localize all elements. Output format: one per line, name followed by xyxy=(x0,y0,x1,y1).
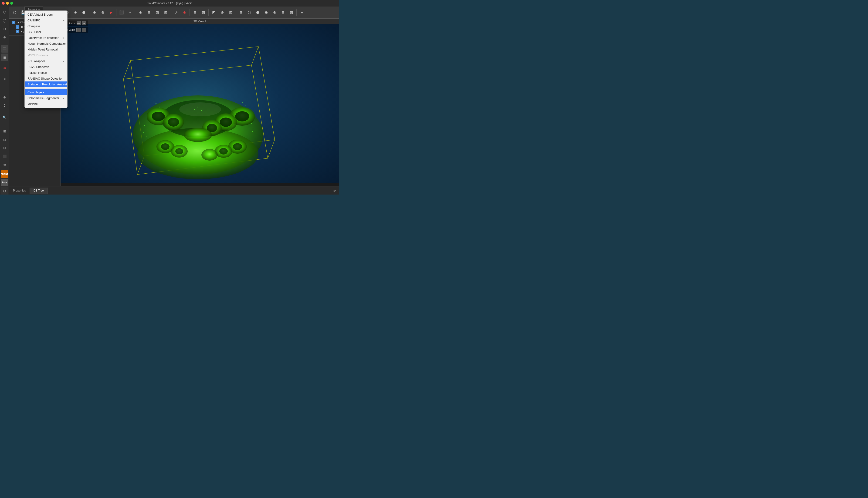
menu-item-surface[interactable]: Surface of Revolution Analysis ▶ xyxy=(25,81,67,87)
menu-item-ransac[interactable]: RANSAC Shape Detection xyxy=(25,76,67,81)
menu-item-cloud-layers[interactable]: Cloud layers xyxy=(25,89,67,95)
dropdown-overlay[interactable]: Animation CEA Virtual Broom CANUPO ▶ Com… xyxy=(0,0,339,195)
menu-item-csf[interactable]: CSF Filter xyxy=(25,29,67,35)
menu-item-colorimetric[interactable]: Colorimetric Segmenter ▶ xyxy=(25,95,67,101)
facet-arrow: ▶ xyxy=(63,37,65,39)
menu-item-compass[interactable]: Compass xyxy=(25,23,67,29)
menu-sep-1 xyxy=(25,88,67,89)
pcl-arrow: ▶ xyxy=(63,60,65,62)
main-menu: CEA Virtual Broom CANUPO ▶ Compass CSF F… xyxy=(24,11,67,108)
menu-item-canupo[interactable]: CANUPO ▶ xyxy=(25,17,67,23)
menu-item-hough[interactable]: Hough Normals Computation xyxy=(25,41,67,47)
colorimetric-arrow: ▶ xyxy=(63,97,65,100)
canupo-arrow: ▶ xyxy=(63,19,65,22)
menu-item-cea[interactable]: CEA Virtual Broom xyxy=(25,12,67,17)
menu-item-mplane[interactable]: MPlane xyxy=(25,101,67,107)
menu-item-hidden[interactable]: Hidden Point Removal xyxy=(25,47,67,52)
menu-item-m3c2[interactable]: M3C2 Distance xyxy=(25,52,67,58)
menu-item-pcv[interactable]: PCV / ShadeVis xyxy=(25,64,67,70)
menu-item-poisson[interactable]: PoissonRecon xyxy=(25,70,67,76)
menu-item-pcl[interactable]: PCL wrapper ▶ xyxy=(25,58,67,64)
menu-item-facet[interactable]: Facet/fracture detection ▶ xyxy=(25,35,67,41)
